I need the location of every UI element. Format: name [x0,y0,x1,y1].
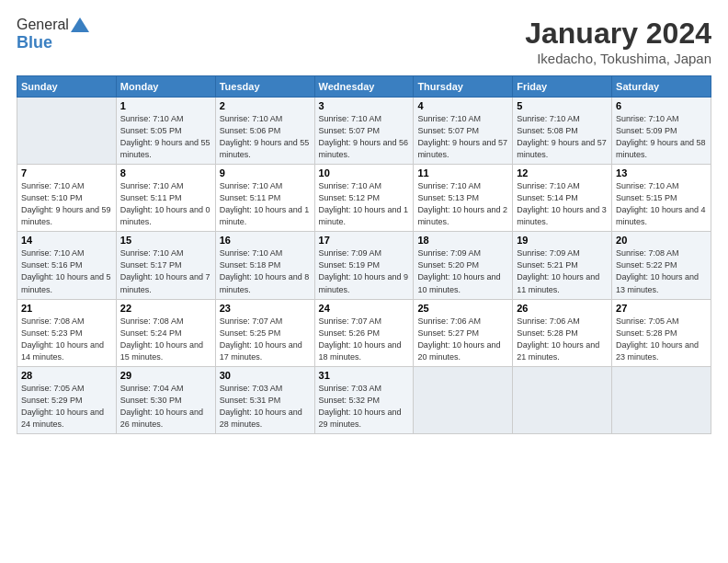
day-info-13: Sunrise: 7:10 AMSunset: 5:15 PMDaylight:… [616,180,707,228]
day-number-3: 3 [319,100,410,111]
cell-1-2: 9Sunrise: 7:10 AMSunset: 5:11 PMDaylight… [215,165,314,232]
day-number-28: 28 [21,370,112,381]
day-info-18: Sunrise: 7:09 AMSunset: 5:20 PMDaylight:… [417,247,508,295]
day-info-1: Sunrise: 7:10 AMSunset: 5:05 PMDaylight:… [120,113,211,161]
day-number-20: 20 [616,235,707,246]
day-number-1: 1 [120,100,211,111]
header-wednesday: Wednesday [314,76,414,98]
weekday-header-row: Sunday Monday Tuesday Wednesday Thursday… [17,76,711,98]
cell-0-4: 4Sunrise: 7:10 AMSunset: 5:07 PMDaylight… [414,98,513,165]
cell-1-1: 8Sunrise: 7:10 AMSunset: 5:11 PMDaylight… [116,165,215,232]
day-info-24: Sunrise: 7:07 AMSunset: 5:26 PMDaylight:… [319,316,410,363]
day-info-26: Sunrise: 7:06 AMSunset: 5:28 PMDaylight:… [517,316,608,363]
cell-1-3: 10Sunrise: 7:10 AMSunset: 5:12 PMDayligh… [314,165,414,232]
day-number-7: 7 [21,167,112,178]
day-info-16: Sunrise: 7:10 AMSunset: 5:18 PMDaylight:… [220,247,311,295]
cell-4-5 [513,366,612,433]
header-friday: Friday [513,76,612,98]
day-info-12: Sunrise: 7:10 AMSunset: 5:14 PMDaylight:… [517,180,608,228]
day-number-10: 10 [319,167,410,178]
day-info-15: Sunrise: 7:10 AMSunset: 5:17 PMDaylight:… [120,247,211,295]
cell-0-0 [17,98,117,165]
day-info-2: Sunrise: 7:10 AMSunset: 5:06 PMDaylight:… [220,113,311,161]
cell-2-0: 14Sunrise: 7:10 AMSunset: 5:16 PMDayligh… [17,232,117,299]
header-thursday: Thursday [414,76,513,98]
day-info-6: Sunrise: 7:10 AMSunset: 5:09 PMDaylight:… [616,113,707,161]
day-info-21: Sunrise: 7:08 AMSunset: 5:23 PMDaylight:… [21,316,112,363]
day-info-19: Sunrise: 7:09 AMSunset: 5:21 PMDaylight:… [517,247,608,295]
cell-2-6: 20Sunrise: 7:08 AMSunset: 5:22 PMDayligh… [612,232,711,299]
day-info-9: Sunrise: 7:10 AMSunset: 5:11 PMDaylight:… [220,180,311,228]
day-info-28: Sunrise: 7:05 AMSunset: 5:29 PMDaylight:… [21,383,112,431]
cell-3-2: 23Sunrise: 7:07 AMSunset: 5:25 PMDayligh… [215,299,314,366]
cell-4-4 [414,366,513,433]
cell-0-6: 6Sunrise: 7:10 AMSunset: 5:09 PMDaylight… [612,98,711,165]
day-number-8: 8 [120,167,211,178]
logo-triangle-icon [71,17,89,32]
cell-0-3: 3Sunrise: 7:10 AMSunset: 5:07 PMDaylight… [314,98,414,165]
day-number-25: 25 [417,303,508,314]
day-number-24: 24 [319,303,410,314]
day-number-9: 9 [220,167,311,178]
header-saturday: Saturday [612,76,711,98]
header-tuesday: Tuesday [215,76,314,98]
day-number-31: 31 [319,370,410,381]
day-number-15: 15 [120,235,211,246]
cell-1-4: 11Sunrise: 7:10 AMSunset: 5:13 PMDayligh… [414,165,513,232]
day-info-4: Sunrise: 7:10 AMSunset: 5:07 PMDaylight:… [417,113,508,161]
day-info-10: Sunrise: 7:10 AMSunset: 5:12 PMDaylight:… [319,180,410,228]
day-number-29: 29 [120,370,211,381]
day-number-17: 17 [319,235,410,246]
cell-1-5: 12Sunrise: 7:10 AMSunset: 5:14 PMDayligh… [513,165,612,232]
day-info-5: Sunrise: 7:10 AMSunset: 5:08 PMDaylight:… [517,113,608,161]
day-number-14: 14 [21,235,112,246]
day-info-14: Sunrise: 7:10 AMSunset: 5:16 PMDaylight:… [21,247,112,295]
day-info-17: Sunrise: 7:09 AMSunset: 5:19 PMDaylight:… [319,247,410,295]
week-row-4: 21Sunrise: 7:08 AMSunset: 5:23 PMDayligh… [17,299,711,366]
week-row-3: 14Sunrise: 7:10 AMSunset: 5:16 PMDayligh… [17,232,711,299]
day-number-4: 4 [417,100,508,111]
cell-2-4: 18Sunrise: 7:09 AMSunset: 5:20 PMDayligh… [414,232,513,299]
cell-4-2: 30Sunrise: 7:03 AMSunset: 5:31 PMDayligh… [215,366,314,433]
day-info-29: Sunrise: 7:04 AMSunset: 5:30 PMDaylight:… [120,383,211,431]
day-number-6: 6 [616,100,707,111]
header: General Blue January 2024 Ikedacho, Toku… [17,17,711,66]
cell-2-2: 16Sunrise: 7:10 AMSunset: 5:18 PMDayligh… [215,232,314,299]
cell-0-5: 5Sunrise: 7:10 AMSunset: 5:08 PMDaylight… [513,98,612,165]
cell-2-3: 17Sunrise: 7:09 AMSunset: 5:19 PMDayligh… [314,232,414,299]
location-title: Ikedacho, Tokushima, Japan [525,51,711,66]
day-info-3: Sunrise: 7:10 AMSunset: 5:07 PMDaylight:… [319,113,410,161]
cell-2-1: 15Sunrise: 7:10 AMSunset: 5:17 PMDayligh… [116,232,215,299]
month-title: January 2024 [525,17,711,51]
day-number-21: 21 [21,303,112,314]
week-row-2: 7Sunrise: 7:10 AMSunset: 5:10 PMDaylight… [17,165,711,232]
cell-4-1: 29Sunrise: 7:04 AMSunset: 5:30 PMDayligh… [116,366,215,433]
day-number-12: 12 [517,167,608,178]
week-row-1: 1Sunrise: 7:10 AMSunset: 5:05 PMDaylight… [17,98,711,165]
cell-1-0: 7Sunrise: 7:10 AMSunset: 5:10 PMDaylight… [17,165,117,232]
day-number-30: 30 [220,370,311,381]
day-number-18: 18 [417,235,508,246]
day-number-11: 11 [417,167,508,178]
logo: General Blue [17,17,89,52]
day-number-19: 19 [517,235,608,246]
day-info-30: Sunrise: 7:03 AMSunset: 5:31 PMDaylight:… [220,383,311,431]
cell-3-0: 21Sunrise: 7:08 AMSunset: 5:23 PMDayligh… [17,299,117,366]
cell-0-1: 1Sunrise: 7:10 AMSunset: 5:05 PMDaylight… [116,98,215,165]
day-number-23: 23 [220,303,311,314]
cell-3-5: 26Sunrise: 7:06 AMSunset: 5:28 PMDayligh… [513,299,612,366]
day-info-25: Sunrise: 7:06 AMSunset: 5:27 PMDaylight:… [417,316,508,363]
cell-4-0: 28Sunrise: 7:05 AMSunset: 5:29 PMDayligh… [17,366,117,433]
day-number-22: 22 [120,303,211,314]
day-number-13: 13 [616,167,707,178]
day-info-20: Sunrise: 7:08 AMSunset: 5:22 PMDaylight:… [616,247,707,295]
day-number-16: 16 [220,235,311,246]
calendar-table: Sunday Monday Tuesday Wednesday Thursday… [17,75,711,434]
day-number-2: 2 [220,100,311,111]
cell-4-6 [612,366,711,433]
title-area: January 2024 Ikedacho, Tokushima, Japan [525,17,711,66]
header-monday: Monday [116,76,215,98]
cell-3-1: 22Sunrise: 7:08 AMSunset: 5:24 PMDayligh… [116,299,215,366]
day-info-31: Sunrise: 7:03 AMSunset: 5:32 PMDaylight:… [319,383,410,431]
cell-1-6: 13Sunrise: 7:10 AMSunset: 5:15 PMDayligh… [612,165,711,232]
